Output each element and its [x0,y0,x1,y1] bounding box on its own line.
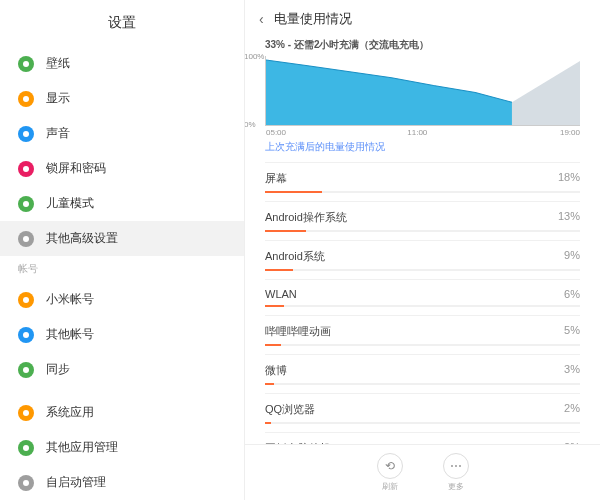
usage-pct: 5% [564,324,580,339]
menu-label: 小米帐号 [46,291,94,308]
svg-point-8 [23,367,29,373]
menu-label: 自启动管理 [46,474,106,491]
usage-item[interactable]: QQ浏览器2% [265,393,580,432]
usage-item[interactable]: 微博3% [265,354,580,393]
menu-label: 其他帐号 [46,326,94,343]
usage-bar [265,269,580,271]
menu-icon [18,327,34,343]
svg-point-9 [23,410,29,416]
usage-name: 哔哩哔哩动画 [265,324,331,339]
usage-name: Android系统 [265,249,325,264]
usage-item[interactable]: 平板电脑待机2% [265,432,580,444]
usage-name: QQ浏览器 [265,402,315,417]
menu-icon [18,91,34,107]
sidebar-item-锁屏和密码[interactable]: 锁屏和密码 [0,151,244,186]
svg-marker-14 [512,61,580,125]
usage-item[interactable]: 屏幕18% [265,162,580,201]
svg-point-3 [23,166,29,172]
menu-icon [18,126,34,142]
menu-icon [18,196,34,212]
menu-label: 声音 [46,125,70,142]
svg-point-1 [23,96,29,102]
sidebar-item-壁纸[interactable]: 壁纸 [0,46,244,81]
more-icon: ⋯ [443,453,469,479]
sidebar-item-自启动管理[interactable]: 自启动管理 [0,465,244,500]
usage-pct: 3% [564,363,580,378]
usage-pct: 13% [558,210,580,225]
menu-label: 壁纸 [46,55,70,72]
usage-bar [265,305,580,307]
menu-label: 锁屏和密码 [46,160,106,177]
page-title: 电量使用情况 [274,10,352,28]
usage-name: WLAN [265,288,297,300]
menu-label: 同步 [46,361,70,378]
sidebar-item-声音[interactable]: 声音 [0,116,244,151]
sidebar-item-显示[interactable]: 显示 [0,81,244,116]
menu-label: 系统应用 [46,404,94,421]
menu-label: 显示 [46,90,70,107]
section-account: 帐号 [0,256,244,282]
menu-icon [18,475,34,491]
menu-icon [18,161,34,177]
svg-point-4 [23,201,29,207]
menu-icon [18,362,34,378]
menu-icon [18,231,34,247]
usage-item[interactable]: Android系统9% [265,240,580,279]
sidebar-item-其他帐号[interactable]: 其他帐号 [0,317,244,352]
menu-icon [18,440,34,456]
usage-bar [265,230,580,232]
svg-point-5 [23,236,29,242]
sidebar-item-小米帐号[interactable]: 小米帐号 [0,282,244,317]
battery-chart: 100% 0% 05:00 11:00 19:00 [265,56,580,126]
sidebar-item-其他高级设置[interactable]: 其他高级设置 [0,221,244,256]
usage-name: 微博 [265,363,287,378]
usage-item[interactable]: Android操作系统13% [265,201,580,240]
usage-bar [265,191,580,193]
settings-title: 设置 [0,0,244,46]
more-button[interactable]: ⋯ 更多 [443,453,469,492]
svg-point-6 [23,297,29,303]
usage-pct: 9% [564,249,580,264]
refresh-button[interactable]: ⟲ 刷新 [377,453,403,492]
back-icon[interactable]: ‹ [259,11,264,27]
menu-icon [18,405,34,421]
usage-bar [265,383,580,385]
usage-pct: 2% [564,402,580,417]
usage-pct: 6% [564,288,580,300]
usage-item[interactable]: 哔哩哔哩动画5% [265,315,580,354]
menu-label: 儿童模式 [46,195,94,212]
refresh-icon: ⟲ [377,453,403,479]
battery-status: 33% - 还需2小时充满（交流电充电） [265,38,580,52]
sidebar-item-系统应用[interactable]: 系统应用 [0,395,244,430]
sidebar-item-其他应用管理[interactable]: 其他应用管理 [0,430,244,465]
usage-list: 屏幕18%Android操作系统13%Android系统9%WLAN6%哔哩哔哩… [245,162,600,444]
usage-pct: 18% [558,171,580,186]
svg-point-10 [23,445,29,451]
usage-bar [265,344,580,346]
menu-icon [18,292,34,308]
usage-item[interactable]: WLAN6% [265,279,580,315]
menu-label: 其他高级设置 [46,230,118,247]
sidebar-item-同步[interactable]: 同步 [0,352,244,387]
usage-name: Android操作系统 [265,210,347,225]
svg-point-7 [23,332,29,338]
usage-bar [265,422,580,424]
svg-point-2 [23,131,29,137]
svg-point-11 [23,480,29,486]
sidebar-item-儿童模式[interactable]: 儿童模式 [0,186,244,221]
svg-point-0 [23,61,29,67]
menu-label: 其他应用管理 [46,439,118,456]
menu-icon [18,56,34,72]
usage-name: 屏幕 [265,171,287,186]
